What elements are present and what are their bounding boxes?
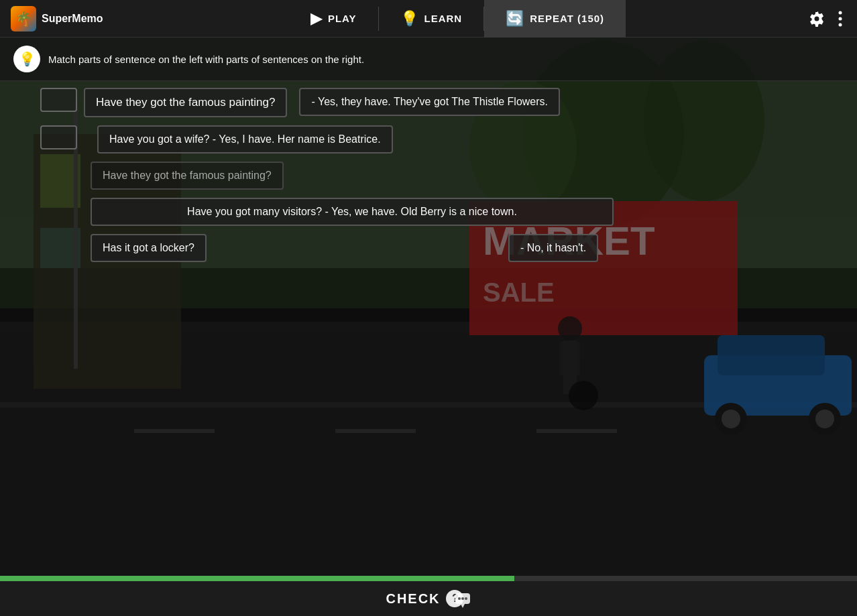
svg-point-30	[839, 23, 842, 26]
check-button[interactable]: CHECK ?	[386, 588, 471, 609]
svg-marker-34	[461, 604, 465, 608]
learn-label: LEARN	[424, 13, 463, 24]
sentence-right-5[interactable]: - No, it hasn't.	[508, 234, 598, 262]
sentence-row-3: Have they got the famous painting?	[40, 162, 817, 190]
sentence-left-1[interactable]: Have they got the famous painting?	[84, 88, 287, 117]
repeat-label: REPEAT (150)	[530, 13, 604, 24]
play-label: PLAY	[328, 13, 357, 24]
progress-bar-container	[0, 576, 857, 581]
chat-bubble-icon: ?	[446, 588, 471, 609]
svg-point-29	[839, 17, 842, 20]
repeat-nav-button[interactable]: 🔄 REPEAT (150)	[484, 0, 626, 38]
drop-target-2[interactable]	[40, 125, 77, 149]
bulb-icon: 💡	[13, 46, 40, 72]
more-icon	[838, 11, 842, 27]
logo-area: 🌴 SuperMemo	[0, 6, 121, 32]
sentence-right-4[interactable]: Have you got many visitors? - Yes, we ha…	[91, 198, 614, 226]
progress-bar-fill	[0, 576, 514, 581]
app-logo-icon: 🌴	[11, 6, 36, 32]
sentence-row-4: Have you got many visitors? - Yes, we ha…	[40, 198, 817, 226]
drop-target-1[interactable]	[40, 88, 77, 112]
gear-icon	[809, 11, 825, 27]
learn-icon: 💡	[400, 10, 419, 27]
play-icon: ▶	[310, 10, 323, 27]
learn-nav-button[interactable]: 💡 LEARN	[379, 0, 484, 38]
instruction-bar: 💡 Match parts of sentence on the left wi…	[0, 38, 857, 81]
instruction-text: Match parts of sentence on the left with…	[48, 54, 364, 65]
svg-point-36	[461, 597, 464, 600]
sentence-row-5: Has it got a locker? - No, it hasn't.	[40, 234, 817, 262]
nav-center: ▶ PLAY 💡 LEARN 🔄 REPEAT (150)	[121, 0, 794, 38]
check-label: CHECK	[386, 591, 440, 607]
sentence-right-1[interactable]: - Yes, they have. They've got The Thistl…	[299, 88, 560, 116]
svg-point-37	[465, 597, 467, 600]
sentences-area: Have they got the famous painting? - Yes…	[0, 81, 857, 262]
repeat-icon: 🔄	[506, 10, 524, 27]
bottom-bar: CHECK ?	[0, 581, 857, 616]
svg-point-28	[839, 11, 842, 14]
sentence-right-2[interactable]: Have you got a wife? - Yes, I have. Her …	[97, 125, 393, 153]
chat-help-icon: ?	[446, 588, 471, 609]
more-options-button[interactable]	[834, 7, 846, 31]
sentence-row-1: Have they got the famous painting? - Yes…	[40, 88, 817, 117]
svg-point-35	[458, 597, 461, 600]
sentence-left-3[interactable]: Have they got the famous painting?	[91, 162, 284, 190]
sentence-row-2: Have you got a wife? - Yes, I have. Her …	[40, 125, 817, 153]
navbar-right	[794, 7, 857, 31]
sentence-left-5[interactable]: Has it got a locker?	[91, 234, 207, 262]
navbar: 🌴 SuperMemo ▶ PLAY 💡 LEARN 🔄 REPEAT (150…	[0, 0, 857, 38]
settings-button[interactable]	[805, 7, 829, 31]
app-name: SuperMemo	[42, 13, 103, 25]
play-nav-button[interactable]: ▶ PLAY	[289, 0, 378, 38]
